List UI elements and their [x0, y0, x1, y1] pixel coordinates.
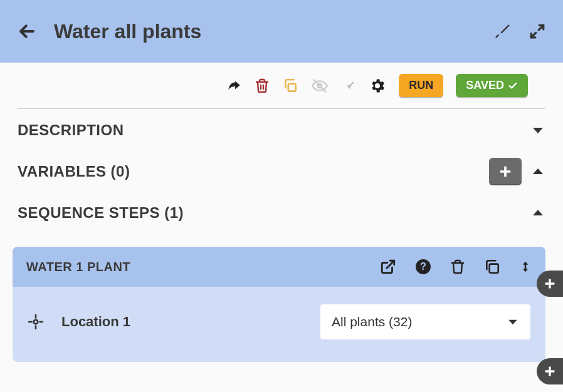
- visibility-off-icon[interactable]: [311, 78, 329, 94]
- description-section[interactable]: DESCRIPTION: [0, 109, 563, 145]
- svg-rect-8: [500, 170, 511, 173]
- pin-icon[interactable]: [341, 78, 356, 94]
- variables-section[interactable]: VARIABLES (0): [0, 145, 563, 192]
- check-icon: [508, 81, 518, 91]
- step-body: Location 1 All plants (32): [13, 287, 545, 362]
- move-vertical-icon[interactable]: [519, 258, 532, 276]
- location-select[interactable]: All plants (32): [320, 304, 530, 339]
- external-link-icon[interactable]: [380, 259, 396, 275]
- step-header: WATER 1 PLANT ?: [13, 247, 545, 287]
- steps-title: SEQUENCE STEPS (1): [18, 204, 184, 222]
- step-card: WATER 1 PLANT ? Location 1 All pl: [13, 247, 545, 362]
- chevron-up-icon[interactable]: [530, 164, 545, 179]
- add-variable-button[interactable]: [489, 158, 522, 185]
- svg-marker-17: [523, 269, 528, 272]
- copy-icon[interactable]: [282, 78, 298, 94]
- trash-icon[interactable]: [255, 78, 270, 94]
- run-button[interactable]: RUN: [399, 74, 443, 97]
- copy-icon[interactable]: [484, 259, 500, 275]
- svg-rect-3: [288, 83, 296, 91]
- target-icon: [28, 314, 44, 330]
- svg-point-18: [34, 320, 38, 324]
- step-title: WATER 1 PLANT: [26, 260, 130, 274]
- steps-section[interactable]: SEQUENCE STEPS (1): [0, 192, 563, 228]
- location-select-value: All plants (32): [332, 314, 412, 329]
- add-step-before-button[interactable]: [537, 271, 563, 297]
- chevron-up-icon[interactable]: [530, 205, 545, 220]
- svg-text:?: ?: [420, 260, 426, 272]
- saved-button-label: SAVED: [466, 79, 504, 92]
- description-title: DESCRIPTION: [18, 121, 124, 139]
- location-label: Location 1: [61, 314, 130, 330]
- svg-rect-27: [545, 370, 555, 372]
- saved-button[interactable]: SAVED: [456, 74, 528, 97]
- add-step-after-button[interactable]: [537, 358, 563, 384]
- variables-actions: [489, 158, 545, 185]
- svg-rect-16: [525, 264, 527, 269]
- page-header: Water all plants: [0, 0, 563, 63]
- svg-line-11: [387, 260, 394, 268]
- header-right: [494, 23, 545, 40]
- gear-icon[interactable]: [369, 77, 386, 95]
- share-icon[interactable]: [226, 78, 242, 94]
- expand-icon[interactable]: [529, 23, 545, 39]
- chevron-down-icon: [507, 316, 519, 328]
- run-button-label: RUN: [409, 79, 433, 92]
- brush-icon[interactable]: [494, 23, 512, 40]
- svg-marker-10: [533, 210, 543, 215]
- svg-marker-9: [533, 168, 543, 174]
- trash-icon[interactable]: [450, 259, 465, 275]
- back-arrow-icon[interactable]: [18, 22, 36, 41]
- chevron-down-icon[interactable]: [530, 123, 545, 138]
- svg-marker-6: [533, 128, 543, 133]
- step-header-icons: ?: [380, 258, 532, 276]
- header-left: Water all plants: [18, 20, 201, 43]
- toolbar: RUN SAVED: [18, 63, 545, 109]
- page-title: Water all plants: [54, 20, 201, 43]
- help-icon[interactable]: ?: [415, 259, 431, 275]
- variables-title: VARIABLES (0): [18, 163, 130, 180]
- svg-rect-14: [490, 264, 498, 273]
- svg-marker-23: [508, 320, 517, 325]
- svg-rect-25: [545, 282, 555, 284]
